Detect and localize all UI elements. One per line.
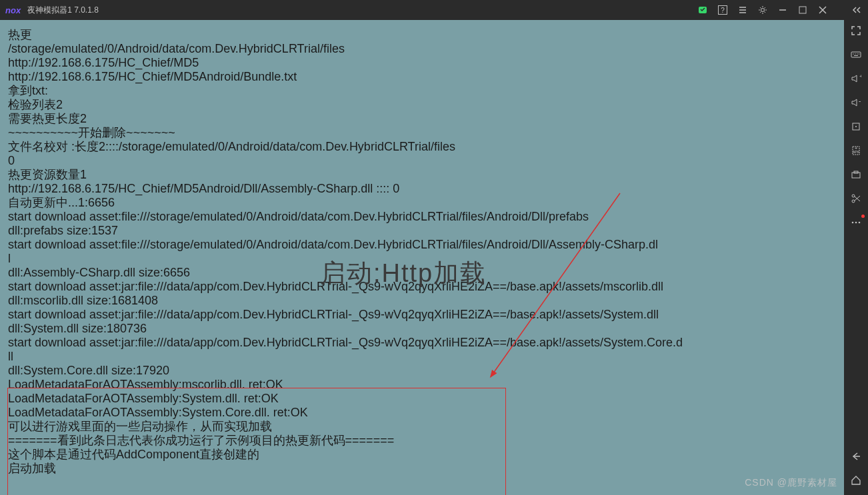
gear-icon[interactable] xyxy=(757,5,768,15)
fullscreen-icon[interactable] xyxy=(849,24,863,37)
log-line: 文件名校对 :长度2::::/storage/emulated/0/Androi… xyxy=(8,140,836,154)
maximize-icon[interactable] xyxy=(797,5,808,15)
svg-text:+: + xyxy=(855,145,858,151)
right-sidebar: + - APK+ xyxy=(844,20,868,495)
log-line: 自动更新中...1:6656 xyxy=(8,196,836,210)
svg-point-6 xyxy=(761,9,765,12)
log-line: 0 xyxy=(8,154,836,168)
log-line: l xyxy=(8,252,836,266)
log-line: LoadMetadataForAOTAssembly:System.dll. r… xyxy=(8,392,836,406)
log-line: 这个脚本是通过代码AddComponent直接创建的 xyxy=(8,448,836,462)
log-line: 可以进行游戏里面的一些启动操作，从而实现加载 xyxy=(8,420,836,434)
help-icon[interactable]: ? xyxy=(717,5,728,15)
log-line: =======看到此条日志代表你成功运行了示例项目的热更新代码======= xyxy=(8,434,836,448)
menu-icon[interactable] xyxy=(737,5,748,15)
svg-line-30 xyxy=(855,196,860,201)
scissors-icon[interactable] xyxy=(849,192,863,205)
log-line: 启动加载 xyxy=(8,462,836,476)
nox-logo: nox xyxy=(5,5,21,15)
log-line: start download asset:jar:file:///data/ap… xyxy=(8,280,836,294)
log-line: 需要热更长度2 xyxy=(8,112,836,126)
store-icon[interactable] xyxy=(697,5,708,15)
emulator-screen[interactable]: 热更/storage/emulated/0/Android/data/com.D… xyxy=(0,20,844,495)
title-controls: ? xyxy=(697,5,863,15)
svg-point-13 xyxy=(853,53,853,54)
watermark: CSDN @鹿野素材屋 xyxy=(745,476,837,490)
svg-point-28 xyxy=(852,200,855,203)
svg-point-27 xyxy=(852,195,855,197)
svg-point-32 xyxy=(855,222,857,224)
titlebar: nox 夜神模拟器1 7.0.1.8 ? xyxy=(0,0,868,20)
log-line: 热更资源数量1 xyxy=(8,168,836,182)
volume-up-icon[interactable]: + xyxy=(849,72,863,85)
log-line: 检验列表2 xyxy=(8,98,836,112)
svg-rect-12 xyxy=(851,52,861,57)
svg-rect-8 xyxy=(799,7,806,13)
svg-point-33 xyxy=(859,222,861,224)
log-line: start download asset:jar:file:///data/ap… xyxy=(8,308,836,322)
log-line: dll:System.dll size:180736 xyxy=(8,322,836,336)
log-line: 拿到txt: xyxy=(8,84,836,98)
log-line: ll xyxy=(8,350,836,364)
log-output: 热更/storage/emulated/0/Android/data/com.D… xyxy=(8,28,836,476)
log-line: 热更 xyxy=(8,28,836,42)
rotate-icon[interactable] xyxy=(849,120,863,133)
volume-down-icon[interactable]: - xyxy=(849,96,863,109)
log-line: http://192.168.6.175/HC_Chief/MD5Android… xyxy=(8,70,836,84)
log-line: dll:prefabs size:1537 xyxy=(8,224,836,238)
minimize-icon[interactable] xyxy=(777,5,788,15)
keyboard-icon[interactable] xyxy=(849,48,863,61)
svg-text:+: + xyxy=(859,73,861,79)
log-line: ~~~~~~~~~~开始删除~~~~~~~ xyxy=(8,126,836,140)
close-icon[interactable] xyxy=(817,5,828,15)
svg-point-15 xyxy=(857,53,857,54)
log-line: http://192.168.6.175/HC_Chief/MD5Android… xyxy=(8,182,836,196)
log-line: /storage/emulated/0/Android/data/com.Dev… xyxy=(8,42,836,56)
screenshot-icon[interactable] xyxy=(849,168,863,181)
svg-text:?: ? xyxy=(721,7,725,14)
log-line: http://192.168.6.175/HC_Chief/MD5 xyxy=(8,56,836,70)
back-icon[interactable] xyxy=(849,450,863,463)
svg-point-14 xyxy=(855,53,855,54)
more-icon[interactable] xyxy=(849,216,863,229)
svg-point-16 xyxy=(859,53,859,54)
log-line: dll:System.Core.dll size:17920 xyxy=(8,364,836,378)
svg-point-31 xyxy=(852,222,854,224)
svg-text:-: - xyxy=(859,97,861,105)
log-line: start download asset:jar:file:///data/ap… xyxy=(8,336,836,350)
log-line: start download asset:file:///storage/emu… xyxy=(8,238,836,252)
svg-point-21 xyxy=(855,126,857,127)
home-icon[interactable] xyxy=(849,474,863,487)
log-line: dll:Assembly-CSharp.dll size:6656 xyxy=(8,266,836,280)
svg-line-29 xyxy=(855,197,860,201)
log-line: LoadMetadataForAOTAssembly:System.Core.d… xyxy=(8,406,836,420)
window-title: 夜神模拟器1 7.0.1.8 xyxy=(27,5,99,16)
log-line: dll:mscorlib.dll size:1681408 xyxy=(8,294,836,308)
log-line: start download asset:file:///storage/emu… xyxy=(8,210,836,224)
apk-icon[interactable]: APK+ xyxy=(849,144,863,157)
collapse-sidebar-icon[interactable] xyxy=(852,5,863,15)
log-line: LoadMetadataForAOTAssembly:mscorlib.dll.… xyxy=(8,378,836,392)
